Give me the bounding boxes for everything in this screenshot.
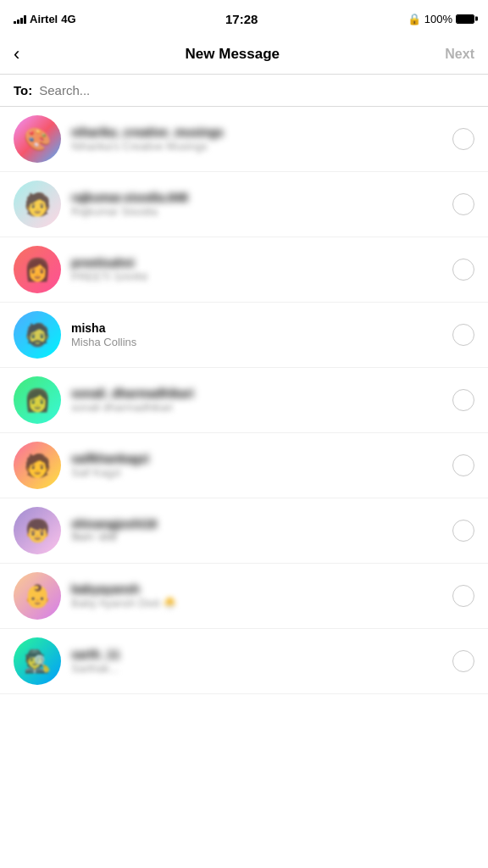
list-item[interactable]: 🧑 saifkhankagzi Saif Kagzi (0, 433, 488, 498)
select-circle[interactable] (452, 389, 474, 411)
select-circle[interactable] (452, 585, 474, 607)
battery-percent: 100% (424, 13, 452, 25)
status-time: 17:28 (225, 12, 258, 26)
avatar: 👦 (14, 507, 61, 554)
list-item[interactable]: 👶 babyayansh Baby Ayansh Dixit 🐣 (0, 564, 488, 629)
avatar-figure: 👶 (14, 572, 61, 620)
list-item[interactable]: 🧑 rajkumar.sisodia.848 Rajkumar Sisodia (0, 172, 488, 237)
avatar: 🎨 (14, 115, 61, 163)
avatar-figure: 🧔 (14, 311, 61, 359)
carrier-info: Airtel 4G (14, 13, 76, 25)
avatar: 👩 (14, 246, 61, 293)
contact-info: niharika_creative_musings Niharika's Cre… (71, 125, 446, 153)
avatar: 🧑 (14, 181, 61, 228)
contact-username: rajkumar.sisodia.848 (71, 191, 446, 204)
list-item[interactable]: 👦 shivangjoshi18 शिवांग जोशी (0, 498, 488, 564)
nav-bar: ‹ New Message Next (0, 37, 488, 75)
contact-username: niharika_creative_musings (71, 125, 446, 139)
contact-username: misha (71, 321, 446, 335)
avatar-figure: 👦 (14, 507, 61, 554)
contact-username: saifkhankagzi (71, 452, 446, 465)
network-label: 4G (61, 13, 75, 25)
contact-fullname: शिवांग जोशी (71, 531, 446, 545)
contact-info: saifkhankagzi Saif Kagzi (71, 452, 446, 479)
contact-list: 🎨 niharika_creative_musings Niharika's C… (0, 107, 488, 694)
select-circle[interactable] (452, 259, 474, 281)
select-circle[interactable] (452, 324, 474, 346)
contact-info: sarth_11 Sarthak... (71, 648, 446, 675)
contact-info: preetisahni PREETI SAHNI (71, 256, 446, 283)
next-button[interactable]: Next (445, 47, 474, 62)
select-circle[interactable] (452, 520, 474, 542)
select-circle[interactable] (452, 193, 474, 215)
list-item[interactable]: 🧔 misha Misha Collins (0, 303, 488, 368)
avatar: 🕵️ (14, 637, 61, 685)
page-title: New Message (186, 46, 280, 63)
avatar-figure: 🧑 (14, 442, 61, 489)
signal-icon (14, 14, 26, 24)
contact-fullname: Sarthak... (71, 662, 446, 675)
contact-fullname: Saif Kagzi (71, 466, 446, 479)
search-input[interactable] (39, 83, 474, 97)
list-item[interactable]: 🎨 niharika_creative_musings Niharika's C… (0, 107, 488, 172)
select-circle[interactable] (452, 454, 474, 476)
avatar-figure: 🕵️ (14, 637, 61, 685)
list-item[interactable]: 👩 preetisahni PREETI SAHNI (0, 237, 488, 303)
contact-username: sonali_dharmadhikari (71, 387, 446, 400)
avatar-figure: 👩 (14, 246, 61, 293)
select-circle[interactable] (452, 650, 474, 672)
contact-fullname: Rajkumar Sisodia (71, 205, 446, 218)
contact-fullname: sonali dharmadhikari (71, 401, 446, 414)
lock-icon: 🔒 (408, 13, 421, 25)
avatar: 👩 (14, 376, 61, 424)
contact-info: misha Misha Collins (71, 321, 446, 348)
avatar: 🧔 (14, 311, 61, 359)
back-button[interactable]: ‹ (14, 45, 19, 64)
contact-username: babyayansh (71, 582, 446, 596)
status-bar: Airtel 4G 17:28 🔒 100% (0, 0, 488, 37)
contact-fullname: Baby Ayansh Dixit 🐣 (71, 597, 446, 609)
carrier-label: Airtel (30, 13, 58, 25)
avatar-figure: 🧑 (14, 181, 61, 228)
contact-info: shivangjoshi18 शिवांग जोशी (71, 517, 446, 545)
avatar-figure: 👩 (14, 376, 61, 424)
to-label: To: (14, 83, 32, 97)
contact-fullname: Niharika's Creative Musings (71, 140, 446, 153)
contact-username: preetisahni (71, 256, 446, 270)
avatar: 🧑 (14, 442, 61, 489)
contact-info: rajkumar.sisodia.848 Rajkumar Sisodia (71, 191, 446, 218)
battery-icon (456, 14, 474, 24)
contact-username: sarth_11 (71, 648, 446, 661)
list-item[interactable]: 🕵️ sarth_11 Sarthak... (0, 629, 488, 694)
avatar: 👶 (14, 572, 61, 620)
contact-info: babyayansh Baby Ayansh Dixit 🐣 (71, 582, 446, 609)
contact-username: shivangjoshi18 (71, 517, 446, 531)
select-circle[interactable] (452, 128, 474, 150)
battery-info: 🔒 100% (408, 13, 474, 25)
list-item[interactable]: 👩 sonali_dharmadhikari sonali dharmadhik… (0, 368, 488, 433)
contact-info: sonali_dharmadhikari sonali dharmadhikar… (71, 387, 446, 414)
contact-fullname: PREETI SAHNI (71, 270, 446, 283)
to-row: To: (0, 75, 488, 107)
contact-fullname: Misha Collins (71, 336, 446, 348)
avatar-figure: 🎨 (14, 115, 61, 163)
